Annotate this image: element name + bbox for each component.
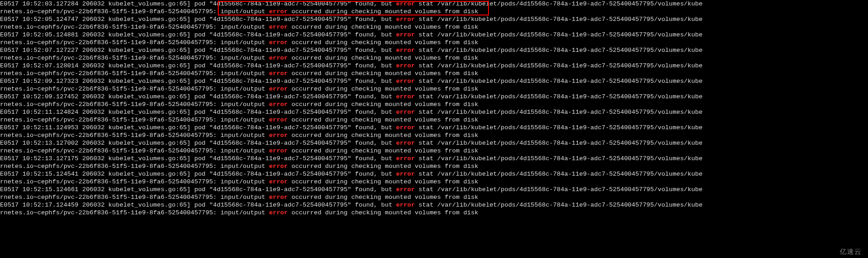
log-line-1: E0517 10:52:15.124661 206032 kubelet_vol…	[0, 186, 868, 193]
error-keyword: error	[396, 124, 415, 131]
log-line-2: rnetes.io~cephfs/pvc-22b6f836-51f5-11e9-…	[0, 209, 868, 217]
error-keyword: error	[269, 194, 288, 201]
error-keyword: error	[269, 55, 288, 61]
log-line-1: E0517 10:52:11.124953 206032 kubelet_vol…	[0, 124, 868, 132]
log-line-2: rnetes.io~cephfs/pvc-22b6f836-51f5-11e9-…	[0, 116, 868, 124]
log-entry: E0517 10:52:15.124541 206032 kubelet_vol…	[0, 170, 868, 186]
watermark-label: 亿速云	[840, 248, 862, 255]
log-line-1: E0517 10:52:13.127002 206032 kubelet_vol…	[0, 139, 868, 147]
error-keyword: error	[396, 31, 415, 38]
error-keyword: error	[396, 140, 415, 147]
log-entry: E0517 10:52:09.127323 206032 kubelet_vol…	[0, 77, 868, 93]
log-line-1: E0517 10:52:07.127227 206032 kubelet_vol…	[0, 46, 868, 54]
log-line-2: rnetes.io~cephfs/pvc-22b6f836-51f5-11e9-…	[0, 162, 868, 170]
log-line-1: E0517 10:52:09.127452 206032 kubelet_vol…	[0, 93, 868, 101]
log-entry: E0517 10:52:09.127452 206032 kubelet_vol…	[0, 93, 868, 108]
error-keyword: error	[396, 186, 415, 193]
error-keyword: error	[396, 47, 415, 54]
log-line-1: E0517 10:52:09.127323 206032 kubelet_vol…	[0, 77, 868, 85]
error-keyword: error	[269, 39, 288, 46]
error-keyword: error	[269, 101, 288, 108]
error-keyword: error	[396, 109, 415, 116]
error-keyword: error	[269, 70, 288, 77]
log-entry: E0517 10:52:07.128014 206032 kubelet_vol…	[0, 62, 868, 77]
log-line-2: rnetes.io~cephfs/pvc-22b6f836-51f5-11e9-…	[0, 70, 868, 77]
log-entry: E0517 10:52:11.124824 206032 kubelet_vol…	[0, 108, 868, 124]
error-keyword: error	[396, 62, 415, 69]
log-entry: E0517 10:52:15.124661 206032 kubelet_vol…	[0, 186, 868, 201]
log-line-1: E0517 10:52:11.124824 206032 kubelet_vol…	[0, 108, 868, 116]
error-keyword: error	[269, 86, 288, 92]
error-keyword: error	[269, 178, 288, 185]
error-keyword: error	[269, 24, 288, 30]
log-entry: E0517 10:52:11.124953 206032 kubelet_vol…	[0, 124, 868, 139]
error-keyword: error	[396, 78, 415, 85]
log-line-2: rnetes.io~cephfs/pvc-22b6f836-51f5-11e9-…	[0, 85, 868, 93]
log-line-1: E0517 10:52:17.124459 206032 kubelet_vol…	[0, 201, 868, 209]
log-line-1: E0517 10:52:15.124541 206032 kubelet_vol…	[0, 170, 868, 178]
error-keyword: error	[269, 132, 288, 139]
log-line-2: rnetes.io~cephfs/pvc-22b6f836-51f5-11e9-…	[0, 101, 868, 108]
terminal-output[interactable]: E0517 10:52:03.127284 206032 kubelet_vol…	[0, 0, 868, 217]
log-line-2: rnetes.io~cephfs/pvc-22b6f836-51f5-11e9-…	[0, 54, 868, 62]
log-line-2: rnetes.io~cephfs/pvc-22b6f836-51f5-11e9-…	[0, 147, 868, 155]
error-keyword: error	[269, 116, 288, 123]
log-line-2: rnetes.io~cephfs/pvc-22b6f836-51f5-11e9-…	[0, 23, 868, 31]
log-entry: E0517 10:52:05.124747 206032 kubelet_vol…	[0, 15, 868, 31]
log-entry: E0517 10:52:05.124881 206032 kubelet_vol…	[0, 31, 868, 46]
log-line-1: E0517 10:52:05.124747 206032 kubelet_vol…	[0, 15, 868, 23]
error-keyword: error	[269, 147, 288, 154]
error-keyword: error	[396, 93, 415, 100]
error-keyword: error	[396, 171, 415, 177]
error-keyword: error	[396, 155, 415, 162]
log-line-2: rnetes.io~cephfs/pvc-22b6f836-51f5-11e9-…	[0, 39, 868, 46]
error-keyword: error	[396, 16, 415, 23]
log-line-1: E0517 10:52:13.127175 206032 kubelet_vol…	[0, 155, 868, 162]
log-entry: E0517 10:52:03.127284 206032 kubelet_vol…	[0, 0, 868, 15]
log-line-2: rnetes.io~cephfs/pvc-22b6f836-51f5-11e9-…	[0, 193, 868, 201]
log-line-2: rnetes.io~cephfs/pvc-22b6f836-51f5-11e9-…	[0, 8, 868, 15]
log-line-2: rnetes.io~cephfs/pvc-22b6f836-51f5-11e9-…	[0, 132, 868, 139]
log-entry: E0517 10:52:13.127002 206032 kubelet_vol…	[0, 139, 868, 155]
log-line-1: E0517 10:52:07.128014 206032 kubelet_vol…	[0, 62, 868, 70]
error-keyword: error	[269, 8, 288, 15]
log-line-2: rnetes.io~cephfs/pvc-22b6f836-51f5-11e9-…	[0, 178, 868, 186]
error-keyword: error	[396, 202, 415, 208]
error-keyword: error	[269, 163, 288, 170]
log-entry: E0517 10:52:07.127227 206032 kubelet_vol…	[0, 46, 868, 62]
error-keyword: error	[396, 0, 415, 7]
log-line-1: E0517 10:52:03.127284 206032 kubelet_vol…	[0, 0, 868, 8]
log-entry: E0517 10:52:17.124459 206032 kubelet_vol…	[0, 201, 868, 217]
log-line-1: E0517 10:52:05.124881 206032 kubelet_vol…	[0, 31, 868, 39]
error-keyword: error	[269, 209, 288, 216]
log-entry: E0517 10:52:13.127175 206032 kubelet_vol…	[0, 155, 868, 170]
